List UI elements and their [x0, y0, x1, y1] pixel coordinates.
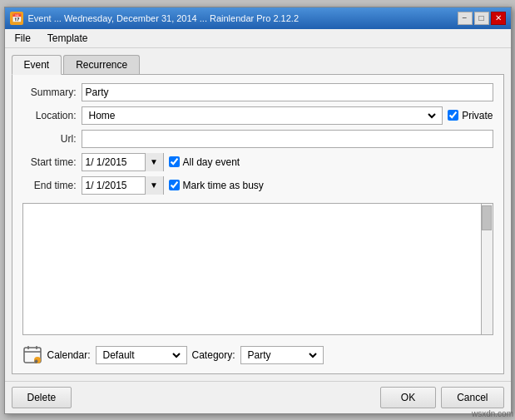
start-time-row: Start time: ▼ All day event: [22, 153, 493, 171]
end-date-wrap: ▼: [82, 176, 164, 195]
calendar-icon: +: [22, 345, 42, 365]
private-label[interactable]: Private: [448, 110, 493, 121]
location-select-wrap: Home Work Other: [82, 106, 443, 125]
notes-textarea[interactable]: [22, 203, 482, 335]
url-row: Url:: [22, 130, 493, 148]
start-label: Start time:: [22, 156, 77, 168]
location-row: Location: Home Work Other Private: [22, 106, 493, 125]
url-input[interactable]: [82, 130, 493, 148]
main-window: 📅 Event ... Wednesday, December 31, 2014…: [4, 7, 512, 414]
mark-busy-label[interactable]: Mark time as busy: [169, 180, 264, 191]
notes-scrollbar[interactable]: [482, 203, 493, 335]
bottom-row: + Calendar: Default Category: Party Work…: [22, 345, 493, 365]
close-button[interactable]: ✕: [491, 12, 506, 25]
calendar-label: Calendar:: [47, 349, 91, 361]
watermark: wsxdn.com: [472, 409, 513, 418]
mark-busy-checkbox[interactable]: [169, 180, 180, 190]
end-label: End time:: [22, 180, 77, 191]
start-date-wrap: ▼: [82, 153, 164, 171]
title-bar-left: 📅 Event ... Wednesday, December 31, 2014…: [10, 12, 300, 25]
all-day-checkbox[interactable]: [169, 156, 180, 167]
calendar-select-wrap: Default: [96, 346, 187, 364]
cancel-button[interactable]: Cancel: [441, 387, 503, 408]
ok-button[interactable]: OK: [380, 387, 436, 408]
scrollbar-thumb: [482, 205, 492, 230]
end-time-row: End time: ▼ Mark time as busy: [22, 176, 493, 195]
all-day-label[interactable]: All day event: [169, 156, 240, 168]
tabs: Event Recurrence: [12, 55, 504, 75]
all-day-text: All day event: [183, 156, 240, 168]
location-label: Location:: [22, 110, 77, 121]
content-area: Event Recurrence Summary: Location: Home…: [5, 48, 511, 381]
url-label: Url:: [22, 133, 77, 145]
menu-file[interactable]: File: [8, 31, 37, 46]
title-buttons: − □ ✕: [458, 12, 506, 25]
summary-row: Summary:: [22, 83, 493, 101]
private-text: Private: [462, 110, 493, 121]
minimize-button[interactable]: −: [458, 12, 473, 25]
menu-template[interactable]: Template: [41, 31, 95, 46]
category-select-wrap: Party Work Personal Holiday: [240, 346, 324, 364]
end-calendar-button[interactable]: ▼: [145, 176, 163, 195]
tab-event[interactable]: Event: [12, 55, 62, 75]
window-icon: 📅: [10, 12, 23, 25]
category-select[interactable]: Party Work Personal Holiday: [245, 347, 319, 363]
notes-wrap: [22, 203, 493, 335]
form-panel: Summary: Location: Home Work Other Priva…: [12, 74, 504, 374]
location-select[interactable]: Home Work Other: [86, 107, 439, 124]
tab-recurrence[interactable]: Recurrence: [63, 55, 140, 75]
window-title: Event ... Wednesday, December 31, 2014 .…: [28, 13, 300, 23]
end-date-input[interactable]: [82, 178, 145, 193]
summary-input[interactable]: [82, 83, 493, 101]
mark-busy-text: Mark time as busy: [183, 180, 264, 191]
menubar: File Template: [5, 29, 511, 48]
action-bar: Delete OK Cancel: [5, 381, 511, 413]
title-bar: 📅 Event ... Wednesday, December 31, 2014…: [5, 7, 511, 29]
private-checkbox[interactable]: [448, 110, 458, 121]
start-date-input[interactable]: [82, 155, 145, 170]
maximize-button[interactable]: □: [474, 12, 489, 25]
delete-button[interactable]: Delete: [12, 387, 72, 408]
category-label: Category:: [192, 349, 235, 361]
calendar-select[interactable]: Default: [100, 347, 183, 363]
svg-text:+: +: [35, 358, 37, 363]
start-calendar-button[interactable]: ▼: [145, 153, 163, 171]
summary-label: Summary:: [22, 86, 77, 98]
